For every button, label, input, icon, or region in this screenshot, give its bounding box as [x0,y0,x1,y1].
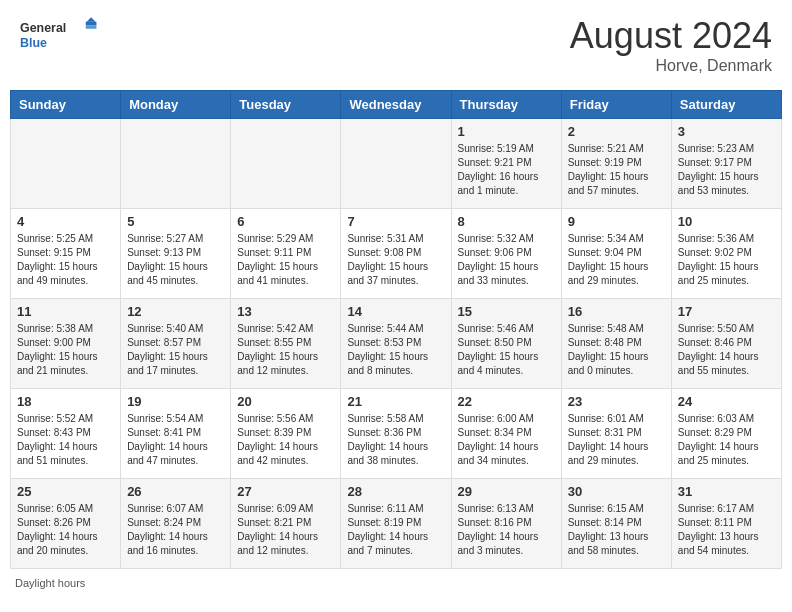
day-number: 5 [127,214,224,229]
weekday-header-row: Sunday Monday Tuesday Wednesday Thursday… [11,91,782,119]
logo-svg: General Blue [20,15,100,55]
svg-rect-3 [86,22,97,26]
day-number: 7 [347,214,444,229]
day-number: 28 [347,484,444,499]
day-number: 31 [678,484,775,499]
day-number: 15 [458,304,555,319]
table-cell: 11Sunrise: 5:38 AM Sunset: 9:00 PM Dayli… [11,299,121,389]
day-number: 27 [237,484,334,499]
day-info: Sunrise: 5:46 AM Sunset: 8:50 PM Dayligh… [458,322,555,378]
day-info: Sunrise: 5:56 AM Sunset: 8:39 PM Dayligh… [237,412,334,468]
day-number: 10 [678,214,775,229]
day-number: 13 [237,304,334,319]
week-row-1: 1Sunrise: 5:19 AM Sunset: 9:21 PM Daylig… [11,119,782,209]
day-number: 21 [347,394,444,409]
table-cell [231,119,341,209]
table-cell: 17Sunrise: 5:50 AM Sunset: 8:46 PM Dayli… [671,299,781,389]
footer: Daylight hours [10,577,782,589]
day-info: Sunrise: 5:27 AM Sunset: 9:13 PM Dayligh… [127,232,224,288]
table-cell: 30Sunrise: 6:15 AM Sunset: 8:14 PM Dayli… [561,479,671,569]
table-cell: 10Sunrise: 5:36 AM Sunset: 9:02 PM Dayli… [671,209,781,299]
table-cell: 20Sunrise: 5:56 AM Sunset: 8:39 PM Dayli… [231,389,341,479]
table-cell: 12Sunrise: 5:40 AM Sunset: 8:57 PM Dayli… [121,299,231,389]
day-info: Sunrise: 5:34 AM Sunset: 9:04 PM Dayligh… [568,232,665,288]
day-info: Sunrise: 5:40 AM Sunset: 8:57 PM Dayligh… [127,322,224,378]
day-info: Sunrise: 6:11 AM Sunset: 8:19 PM Dayligh… [347,502,444,558]
header-friday: Friday [561,91,671,119]
day-number: 2 [568,124,665,139]
day-info: Sunrise: 6:07 AM Sunset: 8:24 PM Dayligh… [127,502,224,558]
table-cell: 4Sunrise: 5:25 AM Sunset: 9:15 PM Daylig… [11,209,121,299]
day-info: Sunrise: 6:00 AM Sunset: 8:34 PM Dayligh… [458,412,555,468]
table-cell: 13Sunrise: 5:42 AM Sunset: 8:55 PM Dayli… [231,299,341,389]
table-cell: 6Sunrise: 5:29 AM Sunset: 9:11 PM Daylig… [231,209,341,299]
table-cell: 23Sunrise: 6:01 AM Sunset: 8:31 PM Dayli… [561,389,671,479]
day-info: Sunrise: 5:25 AM Sunset: 9:15 PM Dayligh… [17,232,114,288]
day-number: 17 [678,304,775,319]
header-saturday: Saturday [671,91,781,119]
day-number: 29 [458,484,555,499]
day-number: 23 [568,394,665,409]
day-info: Sunrise: 5:48 AM Sunset: 8:48 PM Dayligh… [568,322,665,378]
day-number: 30 [568,484,665,499]
day-info: Sunrise: 6:17 AM Sunset: 8:11 PM Dayligh… [678,502,775,558]
day-number: 16 [568,304,665,319]
logo: General Blue [20,15,100,55]
table-cell: 31Sunrise: 6:17 AM Sunset: 8:11 PM Dayli… [671,479,781,569]
day-info: Sunrise: 5:44 AM Sunset: 8:53 PM Dayligh… [347,322,444,378]
table-cell: 1Sunrise: 5:19 AM Sunset: 9:21 PM Daylig… [451,119,561,209]
day-number: 8 [458,214,555,229]
table-cell [341,119,451,209]
day-info: Sunrise: 6:01 AM Sunset: 8:31 PM Dayligh… [568,412,665,468]
day-number: 3 [678,124,775,139]
day-info: Sunrise: 5:21 AM Sunset: 9:19 PM Dayligh… [568,142,665,198]
day-number: 6 [237,214,334,229]
svg-rect-4 [86,25,97,29]
day-info: Sunrise: 5:32 AM Sunset: 9:06 PM Dayligh… [458,232,555,288]
day-info: Sunrise: 5:42 AM Sunset: 8:55 PM Dayligh… [237,322,334,378]
day-info: Sunrise: 5:36 AM Sunset: 9:02 PM Dayligh… [678,232,775,288]
day-info: Sunrise: 6:03 AM Sunset: 8:29 PM Dayligh… [678,412,775,468]
day-number: 20 [237,394,334,409]
table-cell [11,119,121,209]
day-number: 14 [347,304,444,319]
title-block: August 2024 Horve, Denmark [570,15,772,75]
header-monday: Monday [121,91,231,119]
table-cell: 25Sunrise: 6:05 AM Sunset: 8:26 PM Dayli… [11,479,121,569]
month-year-title: August 2024 [570,15,772,57]
day-info: Sunrise: 5:19 AM Sunset: 9:21 PM Dayligh… [458,142,555,198]
header-tuesday: Tuesday [231,91,341,119]
day-info: Sunrise: 5:54 AM Sunset: 8:41 PM Dayligh… [127,412,224,468]
week-row-4: 18Sunrise: 5:52 AM Sunset: 8:43 PM Dayli… [11,389,782,479]
day-info: Sunrise: 5:50 AM Sunset: 8:46 PM Dayligh… [678,322,775,378]
table-cell [121,119,231,209]
day-number: 12 [127,304,224,319]
table-cell: 16Sunrise: 5:48 AM Sunset: 8:48 PM Dayli… [561,299,671,389]
day-info: Sunrise: 6:15 AM Sunset: 8:14 PM Dayligh… [568,502,665,558]
day-number: 9 [568,214,665,229]
day-info: Sunrise: 5:52 AM Sunset: 8:43 PM Dayligh… [17,412,114,468]
page-header: General Blue August 2024 Horve, Denmark [10,10,782,80]
header-thursday: Thursday [451,91,561,119]
day-number: 19 [127,394,224,409]
day-info: Sunrise: 5:29 AM Sunset: 9:11 PM Dayligh… [237,232,334,288]
location-title: Horve, Denmark [570,57,772,75]
day-number: 25 [17,484,114,499]
calendar-table: Sunday Monday Tuesday Wednesday Thursday… [10,90,782,569]
table-cell: 26Sunrise: 6:07 AM Sunset: 8:24 PM Dayli… [121,479,231,569]
svg-text:General: General [20,21,66,35]
week-row-2: 4Sunrise: 5:25 AM Sunset: 9:15 PM Daylig… [11,209,782,299]
table-cell: 18Sunrise: 5:52 AM Sunset: 8:43 PM Dayli… [11,389,121,479]
table-cell: 15Sunrise: 5:46 AM Sunset: 8:50 PM Dayli… [451,299,561,389]
day-number: 1 [458,124,555,139]
week-row-3: 11Sunrise: 5:38 AM Sunset: 9:00 PM Dayli… [11,299,782,389]
svg-marker-2 [87,17,96,21]
day-number: 11 [17,304,114,319]
day-info: Sunrise: 5:58 AM Sunset: 8:36 PM Dayligh… [347,412,444,468]
table-cell: 3Sunrise: 5:23 AM Sunset: 9:17 PM Daylig… [671,119,781,209]
day-number: 24 [678,394,775,409]
table-cell: 28Sunrise: 6:11 AM Sunset: 8:19 PM Dayli… [341,479,451,569]
week-row-5: 25Sunrise: 6:05 AM Sunset: 8:26 PM Dayli… [11,479,782,569]
svg-text:Blue: Blue [20,36,47,50]
table-cell: 2Sunrise: 5:21 AM Sunset: 9:19 PM Daylig… [561,119,671,209]
